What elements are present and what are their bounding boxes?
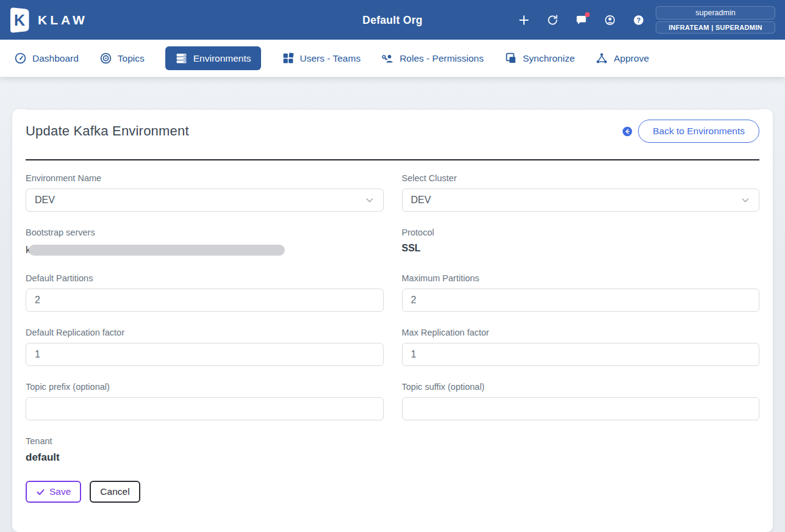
redaction-overlay	[29, 245, 285, 256]
protocol-label: Protocol	[402, 228, 760, 237]
klaw-logo[interactable]: K KLAW	[7, 6, 88, 34]
back-arrow-icon[interactable]	[622, 126, 633, 137]
add-icon[interactable]	[518, 14, 530, 26]
topic-prefix-input[interactable]	[26, 397, 384, 420]
save-label: Save	[49, 486, 71, 497]
protocol-value: SSL	[402, 243, 760, 254]
content-card: Update Kafka Environment Back to Environ…	[12, 109, 773, 532]
tab-environments[interactable]: Environments	[165, 46, 261, 70]
topics-icon	[99, 52, 112, 65]
tab-label: Approve	[614, 53, 649, 64]
select-cluster-label: Select Cluster	[402, 173, 760, 183]
tab-roles-permissions[interactable]: Roles - Permissions	[381, 52, 484, 65]
max-replication-factor-label: Max Replication factor	[402, 328, 760, 337]
topic-suffix-input[interactable]	[402, 397, 760, 420]
bootstrap-servers-label: Bootstrap servers	[26, 228, 384, 237]
save-button[interactable]: Save	[26, 481, 81, 503]
topic-prefix-label: Topic prefix (optional)	[26, 382, 384, 392]
logo-wordmark: KLAW	[38, 13, 88, 27]
svg-text:K: K	[14, 11, 25, 28]
messages-icon[interactable]	[575, 14, 587, 26]
chevron-down-icon	[365, 195, 375, 205]
maximum-partitions-label: Maximum Partitions	[402, 273, 760, 283]
topic-suffix-label: Topic suffix (optional)	[402, 382, 760, 392]
tab-label: Dashboard	[32, 53, 79, 64]
user-info-box[interactable]: superadmin INFRATEAM | SUPERADMIN	[656, 6, 775, 34]
chevron-down-icon	[740, 195, 750, 205]
refresh-icon[interactable]	[547, 14, 559, 26]
dashboard-icon	[14, 52, 27, 65]
account-icon[interactable]	[604, 14, 616, 26]
default-replication-factor-input[interactable]	[26, 343, 384, 366]
select-cluster-value: DEV	[411, 195, 431, 206]
environments-icon	[175, 52, 188, 65]
card-top-divider	[26, 109, 759, 110]
main-nav: Dashboard Topics Environments Users - Te…	[0, 40, 785, 77]
klaw-logo-icon: K	[7, 6, 32, 34]
max-replication-factor-input[interactable]	[402, 343, 760, 366]
default-partitions-input[interactable]	[26, 289, 384, 312]
environment-name-label: Environment Name	[26, 173, 384, 183]
environment-name-select[interactable]: DEV	[26, 189, 384, 212]
tab-label: Environments	[193, 53, 251, 64]
tab-topics[interactable]: Topics	[99, 52, 145, 65]
page-title: Update Kafka Environment	[26, 123, 189, 139]
org-title: Default Org	[362, 13, 423, 26]
synchronize-icon	[504, 52, 517, 65]
maximum-partitions-input[interactable]	[402, 289, 760, 312]
tab-approve[interactable]: Approve	[595, 52, 649, 65]
tab-synchronize[interactable]: Synchronize	[504, 52, 575, 65]
notification-dot	[585, 12, 590, 17]
tab-dashboard[interactable]: Dashboard	[14, 52, 79, 65]
empty-cell	[402, 436, 760, 464]
help-icon[interactable]: ?	[633, 14, 645, 26]
tab-label: Roles - Permissions	[400, 53, 484, 64]
svg-text:?: ?	[637, 16, 641, 23]
tab-users-teams[interactable]: Users - Teams	[282, 52, 361, 65]
header-icon-bar: ?	[518, 14, 656, 26]
approve-icon	[595, 52, 608, 65]
tenant-value: default	[26, 451, 384, 464]
environment-form: Environment Name DEV Select Cluster DEV …	[26, 173, 759, 480]
back-to-environments-button[interactable]: Back to Environments	[638, 120, 759, 143]
environment-name-value: DEV	[35, 195, 55, 206]
section-divider	[26, 159, 759, 160]
tenant-label: Tenant	[26, 436, 384, 446]
cancel-button[interactable]: Cancel	[90, 481, 140, 503]
default-replication-factor-label: Default Replication factor	[26, 328, 384, 337]
app-header: K KLAW Default Org ? superadmin INFRATEA…	[0, 0, 785, 40]
check-icon	[36, 487, 45, 497]
roles-permissions-icon	[381, 52, 394, 65]
team-role: INFRATEAM | SUPERADMIN	[656, 21, 775, 34]
select-cluster-select[interactable]: DEV	[402, 189, 760, 212]
username: superadmin	[656, 6, 775, 20]
page-background: Update Kafka Environment Back to Environ…	[0, 77, 785, 532]
tab-label: Synchronize	[523, 53, 575, 64]
tab-label: Topics	[118, 53, 145, 64]
users-teams-icon	[282, 52, 295, 65]
default-partitions-label: Default Partitions	[26, 273, 384, 283]
tab-label: Users - Teams	[300, 53, 361, 64]
